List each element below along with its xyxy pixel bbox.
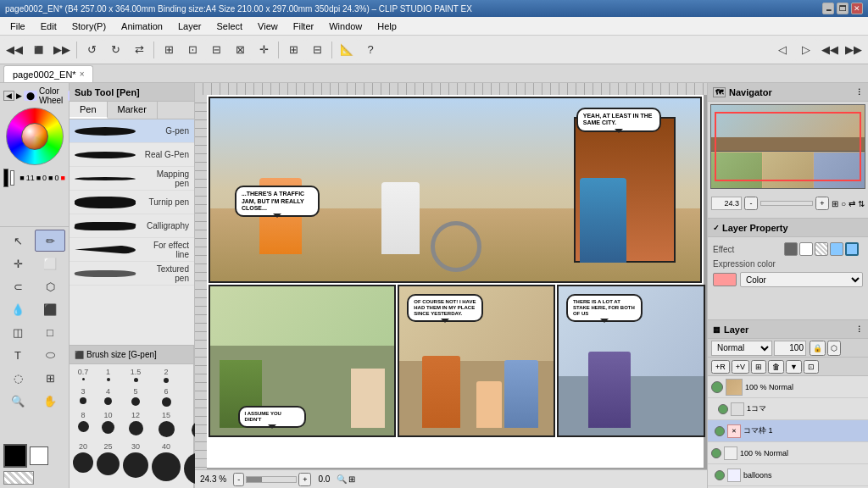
subtool-tab-pen[interactable]: Pen	[70, 102, 108, 119]
bs-15b[interactable]: 15	[152, 411, 181, 439]
merge-down-btn[interactable]: ▼	[786, 360, 802, 374]
tool-shape[interactable]: □	[35, 321, 65, 343]
pen-item-turnip[interactable]: Turnip pen	[70, 191, 194, 214]
background-color[interactable]	[30, 446, 48, 465]
tab-close-btn[interactable]: ×	[80, 69, 85, 79]
pen-item-real-gpen[interactable]: Real G-Pen	[70, 143, 194, 167]
bs-6[interactable]: 6	[152, 387, 181, 408]
nav-flip-h[interactable]: ⇄	[849, 199, 855, 208]
layer-item-2[interactable]: ✕ コマ枠 1	[708, 420, 868, 442]
close-button[interactable]: ✕	[851, 3, 863, 14]
pen-item-textured[interactable]: Textured pen	[70, 262, 194, 286]
effect-btn-4[interactable]	[830, 242, 843, 256]
zoom-slider[interactable]	[246, 476, 297, 483]
layer-item-1[interactable]: 1コマ	[708, 398, 868, 420]
toolbar-rotate-right[interactable]: ↻	[104, 39, 126, 61]
effect-btn-5-active[interactable]	[845, 242, 859, 256]
new-raster-layer-btn[interactable]: +R	[711, 360, 730, 374]
subtool-tab-marker[interactable]: Marker	[108, 102, 158, 119]
nav-menu-btn[interactable]: ⋮	[855, 88, 863, 97]
effect-btn-3[interactable]	[815, 242, 828, 256]
toolbar-right-nav4[interactable]: ▶▶	[843, 39, 865, 61]
toolbar-right-nav1[interactable]: ◁	[771, 39, 793, 61]
toolbar-transform5[interactable]: ✛	[253, 39, 275, 61]
color-wheel[interactable]	[6, 108, 64, 165]
expand-color-btn[interactable]: ▶	[16, 92, 22, 100]
flatten-btn[interactable]: ⊡	[804, 360, 819, 374]
nav-fit-btn[interactable]: ⊞	[832, 199, 838, 208]
collapse-color-btn[interactable]: ◀	[3, 91, 14, 101]
tool-balloon[interactable]: ⬭	[35, 344, 65, 366]
zoom-out-btn[interactable]: -	[233, 473, 244, 486]
layer-eye-0[interactable]	[711, 381, 723, 393]
opacity-input[interactable]	[774, 341, 806, 356]
fg-color-swatch[interactable]	[3, 169, 8, 187]
bs-5[interactable]: 5	[123, 387, 148, 408]
menu-layer[interactable]: Layer	[171, 19, 209, 33]
nav-zoom-in-btn[interactable]: +	[815, 197, 829, 210]
tool-gradient[interactable]: ◫	[3, 321, 33, 343]
layer-item-3[interactable]: 100 % Normal	[708, 442, 868, 464]
tool-select2[interactable]: ⬜	[35, 252, 65, 274]
bg-color-swatch[interactable]	[10, 170, 14, 186]
bs-4[interactable]: 4	[97, 387, 120, 408]
effect-btn-1[interactable]	[784, 242, 798, 256]
color-wheel-container[interactable]	[3, 108, 65, 165]
menu-help[interactable]: Help	[370, 19, 403, 33]
effect-btn-2[interactable]	[799, 242, 813, 256]
toolbar-transform3[interactable]: ⊟	[205, 39, 227, 61]
pen-item-calligraphy[interactable]: Calligraphy	[70, 214, 194, 238]
pen-item-mapping[interactable]: Mapping pen	[70, 167, 194, 191]
menu-window[interactable]: Window	[322, 19, 369, 33]
tool-lasso[interactable]: ⊂	[3, 275, 33, 297]
toolbar-nav1[interactable]: ⬛	[27, 39, 49, 61]
tool-select[interactable]: ↖	[3, 230, 33, 252]
expression-color-swatch[interactable]	[713, 273, 737, 286]
bs-25b[interactable]: 25	[97, 442, 120, 485]
bs-12[interactable]: 12	[123, 411, 148, 439]
toolbar-ruler[interactable]: 📐	[336, 39, 358, 61]
delete-layer-btn[interactable]: 🗑	[768, 360, 784, 374]
layer-eye-3[interactable]	[711, 448, 721, 458]
menu-filter[interactable]: Filter	[287, 19, 320, 33]
bs-20[interactable]: 20	[73, 442, 93, 485]
tool-fill[interactable]: ⬛	[35, 298, 65, 320]
nav-zoom-out-btn[interactable]: -	[744, 197, 758, 210]
toolbar-nav2[interactable]: ▶▶	[51, 39, 73, 61]
pen-item-effect[interactable]: For effect line	[70, 238, 194, 262]
bs-2[interactable]: 2	[152, 368, 181, 384]
new-vector-layer-btn[interactable]: +V	[732, 360, 749, 374]
layer-lock-btn[interactable]: 🔒	[810, 341, 826, 356]
menu-file[interactable]: File	[3, 19, 32, 33]
menu-animation[interactable]: Animation	[114, 19, 170, 33]
transparent-swatch[interactable]	[3, 471, 34, 485]
menu-view[interactable]: View	[251, 19, 285, 33]
canvas-area[interactable]: YEAH, AT LEAST IN THE SAME CITY. ...THER…	[195, 83, 707, 488]
bs-40[interactable]: 40	[152, 442, 181, 485]
tool-correct[interactable]: ◌	[3, 367, 33, 389]
toolbar-right-nav3[interactable]: ◀◀	[819, 39, 841, 61]
toolbar-rotate-left[interactable]: ↺	[81, 39, 103, 61]
canvas-tab[interactable]: page0002_EN* ×	[3, 65, 93, 82]
layer-eye-4[interactable]	[715, 470, 725, 480]
layer-lock-alpha-btn[interactable]: ⬡	[827, 341, 841, 356]
toolbar-grid1[interactable]: ⊞	[282, 39, 304, 61]
new-group-btn[interactable]: ⊞	[751, 360, 766, 374]
toolbar-transform2[interactable]: ⊡	[181, 39, 203, 61]
tool-text[interactable]: T	[3, 344, 33, 366]
bs-8[interactable]: 8	[73, 411, 93, 439]
layer-item-0[interactable]: 100 % Normal	[708, 376, 868, 398]
menu-select[interactable]: Select	[210, 19, 250, 33]
maximize-button[interactable]: 🗖	[837, 3, 849, 14]
menu-story[interactable]: Story(P)	[65, 19, 113, 33]
bs-07[interactable]: 0.7	[73, 368, 93, 384]
tool-pen[interactable]: ✏	[35, 230, 65, 252]
nav-zoom-slider[interactable]	[760, 201, 813, 206]
bs-1[interactable]: 1	[97, 368, 120, 384]
tool-hand[interactable]: ✋	[35, 390, 65, 412]
bs-10[interactable]: 10	[97, 411, 120, 439]
bs-15[interactable]: 1.5	[123, 368, 148, 384]
expression-color-dropdown[interactable]: Color	[740, 272, 863, 287]
tool-wand[interactable]: ⬡	[35, 275, 65, 297]
zoom-in-btn[interactable]: +	[298, 473, 311, 486]
